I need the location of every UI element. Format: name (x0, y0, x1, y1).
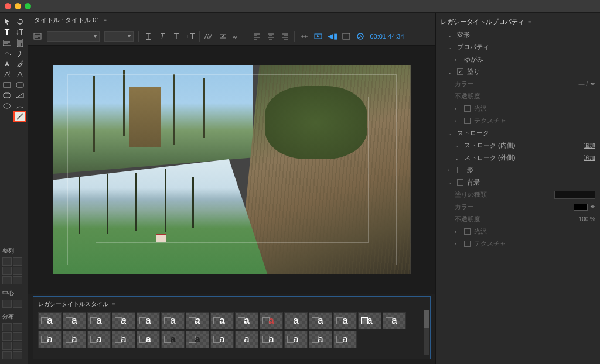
size-value[interactable]: TT (186, 32, 195, 40)
vertical-path-type-tool-icon[interactable] (14, 48, 26, 59)
prop-distortion[interactable]: ›ゆがみ (441, 53, 595, 66)
distribute-btn[interactable] (2, 323, 12, 331)
fill-checkbox[interactable]: ✓ (457, 68, 463, 75)
clipped-rectangle-tool-icon[interactable] (1, 90, 13, 101)
align-left-icon[interactable] (252, 32, 261, 41)
prop-bg-filltype[interactable]: 塗りの種類 (441, 188, 595, 201)
align-btn[interactable] (13, 257, 22, 266)
vertical-type-tool-icon[interactable]: ↓T (14, 27, 26, 37)
prop-fill-sheen[interactable]: ›光沢 (441, 102, 595, 115)
italic-icon[interactable]: T (158, 32, 167, 41)
rounded-rectangle-tool-icon[interactable] (14, 80, 26, 90)
kerning-icon[interactable]: AV (204, 32, 214, 41)
prop-strokes[interactable]: ⌄ストローク (441, 127, 595, 139)
title-canvas[interactable] (53, 65, 411, 274)
path-type-tool-icon[interactable] (1, 48, 13, 59)
distribute-btn[interactable] (13, 323, 22, 331)
font-dropdown[interactable]: ▾ (47, 31, 100, 42)
roll-crawl-icon[interactable] (33, 32, 42, 41)
eyedropper-icon[interactable]: ✒ (590, 203, 595, 211)
prop-stroke-inner[interactable]: ⌄ストローク (内側)追加 (441, 139, 595, 152)
align-btn[interactable] (13, 267, 22, 275)
style-swatch[interactable]: a (112, 331, 135, 348)
close-window-button[interactable] (5, 3, 11, 9)
prop-background[interactable]: ⌄背景 (441, 176, 595, 188)
area-type-tool-icon[interactable] (1, 37, 13, 48)
style-swatch[interactable]: a (186, 312, 209, 329)
eyedropper-tool-icon[interactable] (14, 59, 26, 69)
type-tool-icon[interactable]: T (1, 27, 13, 37)
prop-bg-opacity[interactable]: 不透明度100 % (441, 213, 595, 225)
rectangle-tool-icon[interactable] (1, 80, 13, 90)
style-swatch[interactable]: a (87, 312, 111, 329)
tracking-icon[interactable]: A⟵⟶A (233, 32, 242, 41)
zoom-window-button[interactable] (25, 3, 31, 9)
style-swatch[interactable]: a (358, 312, 381, 329)
align-center-icon[interactable] (266, 32, 275, 41)
prop-bg-texture[interactable]: ›テクスチャ (441, 238, 595, 250)
prop-bg-color[interactable]: カラー✒ (441, 201, 595, 213)
prop-stroke-outer[interactable]: ⌄ストローク (外側)追加 (441, 152, 595, 164)
style-swatch[interactable]: a (161, 331, 185, 348)
distribute-btn[interactable] (13, 342, 22, 350)
tab-stops-icon[interactable] (299, 32, 309, 41)
style-swatch[interactable]: a (161, 312, 185, 329)
distribute-btn[interactable] (13, 351, 22, 359)
prop-fill[interactable]: ⌄✓塗り (441, 66, 595, 78)
bg-sheen-checkbox[interactable] (464, 228, 471, 235)
style-swatch[interactable]: a (210, 312, 234, 329)
prop-fill-opacity[interactable]: 不透明度— (441, 90, 595, 102)
show-video-icon[interactable] (313, 32, 323, 41)
prop-fill-texture[interactable]: ›テクスチャ (441, 115, 595, 127)
rotate-tool-icon[interactable] (14, 16, 26, 27)
style-swatch[interactable]: a (63, 312, 86, 329)
style-swatch[interactable]: a (235, 331, 258, 348)
styles-scrollbar[interactable] (424, 310, 429, 355)
center-btn[interactable] (2, 300, 12, 308)
style-swatch[interactable]: a (309, 331, 332, 348)
tab-title[interactable]: タイトル : タイトル 01 (34, 16, 100, 25)
prop-transform[interactable]: ⌄変形 (441, 29, 595, 41)
align-btn[interactable] (2, 267, 12, 275)
eyedropper-icon[interactable]: ✒ (590, 80, 595, 88)
prop-properties-group[interactable]: ⌄プロパティ (441, 41, 595, 53)
style-swatch[interactable]: a (333, 312, 357, 329)
style-swatch[interactable]: a (63, 331, 86, 348)
prop-fill-color[interactable]: カラー— /✒ (441, 78, 595, 90)
leading-icon[interactable] (219, 32, 228, 41)
pen-tool-icon[interactable] (1, 59, 13, 69)
distribute-btn[interactable] (2, 332, 12, 341)
distribute-btn[interactable] (2, 342, 12, 350)
shadow-checkbox[interactable] (457, 167, 463, 173)
distribute-btn[interactable] (13, 332, 22, 341)
style-swatch[interactable]: a (284, 331, 308, 348)
filltype-dropdown[interactable] (554, 191, 595, 199)
arc-tool-icon[interactable] (14, 101, 26, 111)
style-swatch[interactable]: a (260, 331, 283, 348)
align-btn[interactable] (2, 257, 12, 266)
style-swatch[interactable]: a (210, 331, 234, 348)
properties-menu-icon[interactable]: ≡ (528, 19, 531, 25)
timecode-display[interactable]: 00:01:44:34 (370, 33, 404, 40)
bold-icon[interactable]: T (144, 32, 153, 41)
style-swatch[interactable]: a (333, 331, 357, 348)
align-btn[interactable] (2, 276, 12, 284)
sync-icon[interactable] (356, 32, 365, 41)
add-inner-stroke-button[interactable]: 追加 (584, 142, 595, 150)
style-swatch[interactable]: a (260, 312, 283, 329)
add-outer-stroke-button[interactable]: 追加 (584, 154, 595, 162)
bg-color-swatch[interactable] (574, 204, 588, 211)
style-swatch[interactable]: a (284, 312, 308, 329)
out-point-icon[interactable]: ◀▮ (328, 32, 337, 41)
template-icon[interactable] (342, 32, 351, 41)
style-swatch[interactable]: a (186, 331, 209, 348)
align-btn[interactable] (13, 276, 22, 284)
underline-icon[interactable]: T̲ (172, 32, 181, 41)
style-swatch[interactable]: a (112, 312, 135, 329)
center-btn[interactable] (13, 300, 22, 308)
style-swatch[interactable]: a (235, 312, 258, 329)
minimize-window-button[interactable] (15, 3, 21, 9)
style-swatch[interactable]: a (38, 312, 62, 329)
background-checkbox[interactable] (457, 179, 463, 186)
vertical-area-type-tool-icon[interactable] (14, 37, 26, 48)
